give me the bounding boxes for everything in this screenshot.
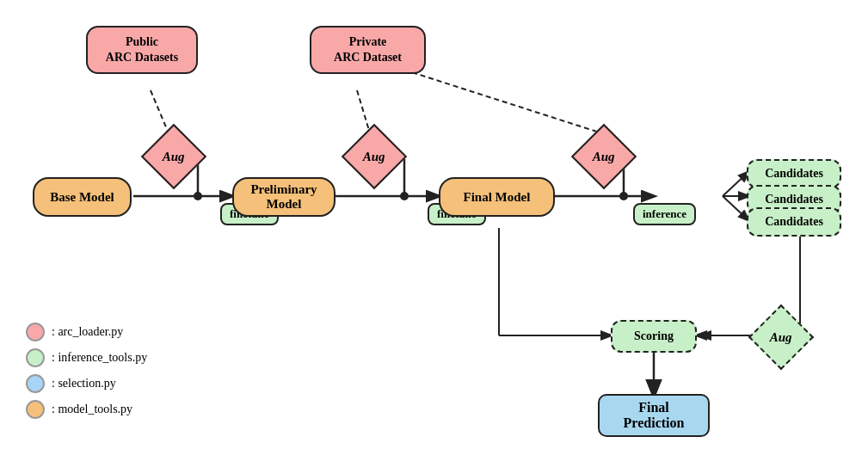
legend-item-arc-loader: : arc_loader.py: [26, 320, 147, 344]
aug1-diamond: Aug: [148, 131, 200, 182]
legend-item-model-tools: : model_tools.py: [26, 397, 147, 421]
inference-label: inference: [633, 203, 696, 225]
candidates3-label: Candidates: [765, 215, 823, 229]
legend-circle-green: [26, 348, 45, 367]
private-arc-label: Private ARC Dataset: [334, 34, 402, 65]
preliminary-model: Preliminary Model: [232, 177, 336, 217]
legend-label-inference-tools: : inference_tools.py: [52, 346, 147, 370]
scoring: Scoring: [611, 320, 697, 353]
legend-circle-blue: [26, 374, 45, 393]
legend-item-inference-tools: : inference_tools.py: [26, 346, 147, 370]
aug2-label: Aug: [363, 149, 385, 163]
legend-circle-orange: [26, 400, 45, 419]
candidates3: Candidates: [747, 207, 841, 237]
private-arc-dataset: Private ARC Dataset: [310, 26, 426, 74]
scoring-label: Scoring: [634, 329, 674, 343]
base-model-label: Base Model: [50, 190, 114, 205]
final-model: Final Model: [439, 177, 555, 217]
legend-circle-pink: [26, 323, 45, 341]
preliminary-model-label: Preliminary Model: [250, 182, 317, 212]
svg-line-2: [396, 67, 602, 133]
aug3-diamond: Aug: [578, 131, 630, 182]
final-model-label: Final Model: [464, 190, 531, 205]
legend-label-model-tools: : model_tools.py: [52, 397, 132, 421]
svg-line-17: [723, 196, 748, 220]
diagram-container: Public ARC Datasets Private ARC Dataset …: [0, 0, 868, 449]
aug4-label: Aug: [770, 329, 792, 344]
base-model: Base Model: [33, 177, 132, 217]
candidates1-label: Candidates: [765, 167, 823, 181]
svg-line-15: [723, 172, 748, 196]
legend-item-selection: : selection.py: [26, 372, 147, 396]
svg-line-0: [151, 90, 169, 133]
legend-label-arc-loader: : arc_loader.py: [52, 320, 123, 344]
aug1-label: Aug: [163, 149, 185, 163]
aug2-diamond: Aug: [348, 131, 400, 182]
final-prediction-label: Final Prediction: [617, 400, 691, 431]
candidates2-label: Candidates: [765, 193, 823, 206]
aug4-diamond: Aug: [755, 311, 807, 363]
public-arc-datasets: Public ARC Datasets: [86, 26, 198, 74]
legend: : arc_loader.py : inference_tools.py : s…: [26, 320, 147, 423]
svg-line-1: [357, 90, 370, 133]
final-prediction: Final Prediction: [598, 394, 710, 437]
aug3-label: Aug: [593, 149, 615, 163]
legend-label-selection: : selection.py: [52, 372, 116, 396]
candidates1: Candidates: [747, 159, 841, 188]
public-arc-label: Public ARC Datasets: [106, 34, 178, 65]
